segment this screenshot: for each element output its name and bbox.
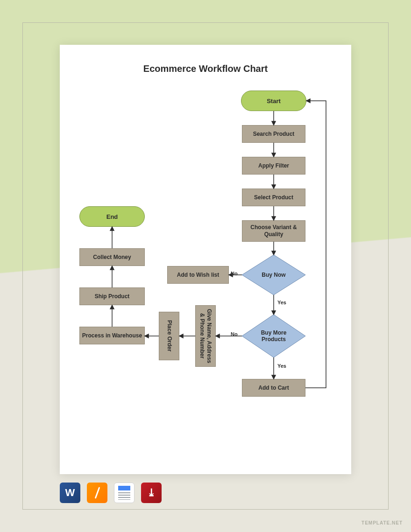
connectors: [60, 45, 351, 474]
svg-marker-30: [306, 99, 310, 103]
svg-marker-17: [272, 375, 276, 379]
svg-marker-7: [272, 185, 276, 189]
svg-marker-19: [216, 334, 220, 338]
pages-icon: [87, 483, 107, 503]
svg-marker-5: [272, 153, 276, 157]
docs-icon: [114, 483, 135, 503]
svg-marker-27: [110, 266, 114, 270]
svg-marker-13: [272, 311, 276, 315]
format-icons: [60, 483, 162, 503]
svg-marker-21: [179, 334, 183, 338]
svg-marker-23: [145, 334, 149, 338]
svg-marker-9: [272, 217, 276, 220]
svg-marker-3: [272, 121, 276, 125]
watermark: TEMPLATE.NET: [361, 520, 403, 525]
document-page: Ecommerce Workflow Chart Start Search Pr…: [60, 45, 351, 474]
svg-marker-29: [110, 227, 114, 231]
svg-marker-11: [272, 251, 276, 255]
word-icon: [60, 483, 80, 503]
pdf-icon: [141, 483, 162, 503]
svg-marker-25: [110, 305, 114, 309]
svg-marker-15: [229, 273, 233, 277]
